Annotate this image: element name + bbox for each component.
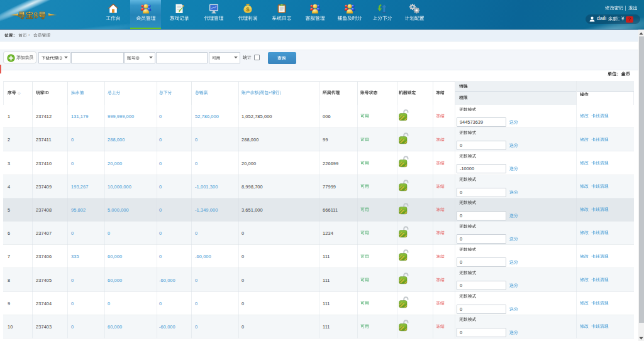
svg-text:$: $ <box>246 6 249 13</box>
